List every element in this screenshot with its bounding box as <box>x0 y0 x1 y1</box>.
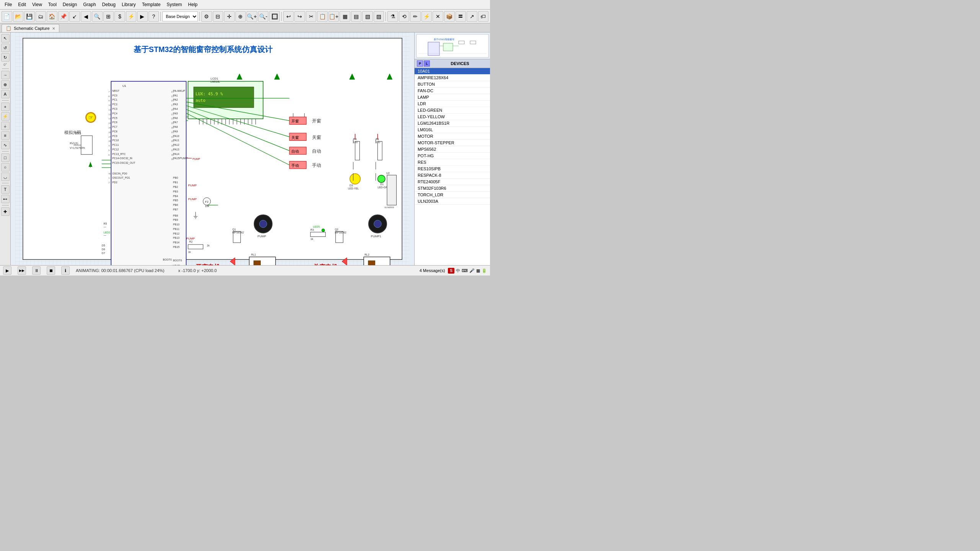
device-item-res[interactable]: RES <box>415 159 490 166</box>
device-item-lgm12641bs1r[interactable]: LGM12641BS1R <box>415 120 490 127</box>
tb-component[interactable]: 📦 <box>444 11 455 22</box>
tb-open[interactable]: 📂 <box>13 11 24 22</box>
device-item-lamp[interactable]: LAMP <box>415 94 490 101</box>
device-item-res10sipb[interactable]: RES10SIPB <box>415 166 490 172</box>
tb-cross[interactable]: ✛ <box>224 11 235 22</box>
tab-schematic[interactable]: 📋 Schematic Capture ✕ <box>2 24 59 32</box>
menu-debug[interactable]: Debug <box>99 1 119 8</box>
cursor-indicator[interactable]: ☞ <box>85 112 96 123</box>
device-item-led-yellow[interactable]: LED-YELLOW <box>415 114 490 120</box>
tb-netlist[interactable]: ⚡ <box>126 11 137 22</box>
tb-wire[interactable]: ✏ <box>410 11 421 22</box>
device-item-pot-hg[interactable]: POT-HG <box>415 153 490 159</box>
device-item-stm32f103r6[interactable]: STM32F103R6 <box>415 185 490 192</box>
tb-home[interactable]: 🏠 <box>47 11 57 22</box>
tb-new[interactable]: 📄 <box>2 11 12 22</box>
tab-close-button[interactable]: ✕ <box>52 26 55 31</box>
stop-button[interactable]: ⏹ <box>47 266 55 275</box>
tb-run2[interactable]: ⚙ <box>201 11 212 22</box>
tb-cursor[interactable]: ⟲ <box>399 11 410 22</box>
device-item-mps6562[interactable]: MPS6562 <box>415 146 490 153</box>
menu-file[interactable]: File <box>2 1 15 8</box>
device-item-uln2003a[interactable]: ULN2003A <box>415 198 490 205</box>
tb-block[interactable]: ▦ <box>340 11 350 22</box>
tb-block2[interactable]: ▤ <box>351 11 362 22</box>
menu-system[interactable]: System <box>163 1 185 8</box>
menu-library[interactable]: Library <box>119 1 139 8</box>
tb-search[interactable]: 🔍 <box>92 11 103 22</box>
menu-edit[interactable]: Edit <box>15 1 29 8</box>
lt-rotate[interactable]: ↺ <box>1 44 10 52</box>
device-item-lm016l[interactable]: LM016L <box>415 127 490 133</box>
menu-view[interactable]: View <box>29 1 45 8</box>
device-item-button[interactable]: BUTTON <box>415 81 490 88</box>
p-button[interactable]: P <box>417 60 423 67</box>
tb-zoom-in[interactable]: 🔍+ <box>247 11 257 22</box>
tb-paste[interactable]: 📋+ <box>328 11 339 22</box>
play-step-button[interactable]: ▶▶ <box>18 266 26 275</box>
tb-grid2[interactable]: ⊟ <box>213 11 224 22</box>
lt-rotate2[interactable]: ↻ <box>1 53 10 62</box>
info-button[interactable]: ℹ <box>61 266 70 275</box>
l-button[interactable]: L <box>424 60 430 67</box>
lt-select[interactable]: ↖ <box>1 34 10 42</box>
device-item-motor[interactable]: MOTOR <box>415 133 490 140</box>
lt-circle[interactable]: ○ <box>1 163 10 171</box>
tb-zoom-out[interactable]: 🔍- <box>258 11 269 22</box>
menu-design[interactable]: Design <box>60 1 80 8</box>
lt-net[interactable]: ∿ <box>1 141 10 149</box>
tb-tag[interactable]: 🏷 <box>478 11 489 22</box>
lt-marker[interactable]: ⊷ <box>1 195 10 203</box>
play-button[interactable]: ▶ <box>3 266 11 275</box>
tb-save-all[interactable]: 🗂 <box>36 11 46 22</box>
lt-ground[interactable]: ⏚ <box>1 122 10 130</box>
device-item-ldr[interactable]: LDR <box>415 101 490 107</box>
menu-help[interactable]: Help <box>185 1 201 8</box>
tb-pin[interactable]: 📌 <box>58 11 69 22</box>
lt-move[interactable]: ⊕ <box>1 80 10 89</box>
tb-help[interactable]: ? <box>149 11 159 22</box>
tb-undo[interactable]: ↩ <box>283 11 294 22</box>
lt-plus[interactable]: + <box>1 103 10 111</box>
device-item-respack-8[interactable]: RESPACK-8 <box>415 172 490 179</box>
device-item-ampire128x64[interactable]: AMPIRE128X64 <box>415 75 490 81</box>
menu-tool[interactable]: Tool <box>45 1 60 8</box>
lt-rect[interactable]: □ <box>1 153 10 162</box>
tb-block3[interactable]: ▧ <box>362 11 373 22</box>
device-item-motor-stepper[interactable]: MOTOR-STEPPER <box>415 140 490 146</box>
tb-grid[interactable]: ⊞ <box>103 11 114 22</box>
lt-label[interactable]: A <box>1 90 10 98</box>
tb-move[interactable]: ⊕ <box>235 11 246 22</box>
lt-bus[interactable]: ≡ <box>1 131 10 140</box>
tb-probe[interactable]: ⚗ <box>387 11 398 22</box>
pause-button[interactable]: ⏸ <box>32 266 41 275</box>
tb-zoom-fit[interactable]: 🔲 <box>269 11 280 22</box>
tb-arrow[interactable]: ↙ <box>69 11 80 22</box>
device-item-led-green[interactable]: LED-GREEN <box>415 107 490 114</box>
device-item-rte24005f[interactable]: RTE24005F <box>415 179 490 185</box>
design-dropdown[interactable]: Base Design <box>162 11 198 21</box>
tb-cut[interactable]: ✂ <box>306 11 317 22</box>
tb-save[interactable]: 💾 <box>24 11 35 22</box>
tb-currency[interactable]: $ <box>114 11 125 22</box>
menu-template[interactable]: Template <box>139 1 164 8</box>
tb-block4[interactable]: ▨ <box>374 11 384 22</box>
device-item-10a01[interactable]: 10A01 <box>415 68 490 75</box>
device-item-fan-dc[interactable]: FAN-DC <box>415 88 490 94</box>
tb-run[interactable]: ▶ <box>137 11 148 22</box>
tb-prev[interactable]: ◀ <box>81 11 91 22</box>
canvas-area[interactable]: 基于STM32的智能窗帘控制系统仿真设计 STM32F103R6 U1 NRST… <box>11 33 414 265</box>
lt-add[interactable]: ✚ <box>1 207 10 216</box>
lt-power[interactable]: ⚡ <box>1 112 10 121</box>
lt-text[interactable]: T <box>1 185 10 194</box>
tb-bus[interactable]: 〓 <box>456 11 466 22</box>
tb-redo[interactable]: ↪ <box>294 11 305 22</box>
lt-wire[interactable]: → <box>1 71 10 79</box>
tb-delete[interactable]: ✕ <box>433 11 443 22</box>
menu-graph[interactable]: Graph <box>80 1 99 8</box>
tb-power[interactable]: ⚡ <box>421 11 432 22</box>
lt-arc[interactable]: ◡ <box>1 173 10 181</box>
device-item-torch-ldr[interactable]: TORCH_LDR <box>415 192 490 198</box>
tb-busentry[interactable]: ↗ <box>467 11 477 22</box>
tb-copy[interactable]: 📋 <box>317 11 328 22</box>
